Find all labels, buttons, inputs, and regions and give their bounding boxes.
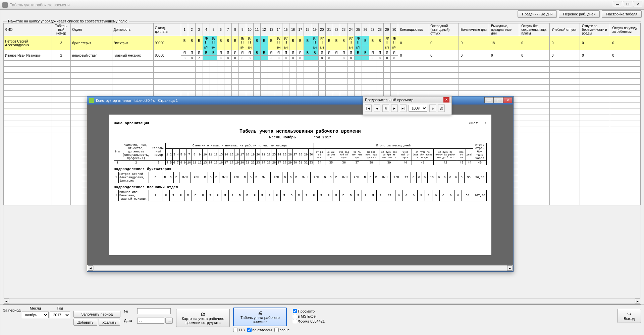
close-preview-icon[interactable]: ⎋	[429, 105, 436, 112]
num-input[interactable]	[137, 308, 171, 314]
table-row[interactable]: Петров Сергей Александрович3бухгалтерияЭ…	[4, 36, 641, 45]
last-page-icon[interactable]: ►|	[400, 105, 407, 112]
close-button[interactable]: ✕	[633, 1, 642, 7]
excel-checkbox[interactable]: в MS Excel	[293, 314, 325, 318]
col-day[interactable]: 28	[376, 23, 384, 36]
col-day[interactable]: 3	[196, 23, 203, 36]
table-row	[4, 79, 641, 85]
col-day[interactable]: 25	[355, 23, 362, 36]
col-fio[interactable]: ФИО	[4, 23, 52, 36]
col-tabnum[interactable]: Табель-ный номер	[52, 23, 70, 36]
transfer-days-button[interactable]: Перенос раб. дней	[559, 10, 600, 18]
report-table: №пп Фамилия, Имя, Отчество, должность (с…	[114, 143, 487, 165]
col-day[interactable]: 24	[347, 23, 355, 36]
col-day[interactable]: 29	[383, 23, 391, 36]
t13-checkbox[interactable]: Т13	[233, 328, 245, 332]
form0504421-checkbox[interactable]: Форма 0504421	[293, 319, 325, 323]
col-day[interactable]: 12	[261, 23, 268, 36]
date-picker-button[interactable]: ...	[165, 318, 173, 324]
col-day[interactable]: 15	[282, 23, 289, 36]
prev-page-icon[interactable]: ◄	[374, 105, 380, 112]
col-day[interactable]: 4	[203, 23, 210, 36]
col-day[interactable]: 27	[369, 23, 376, 36]
table-row[interactable]: Иванов Иван Иванович2плановый отделГлавн…	[4, 50, 641, 56]
report-hscroll[interactable]: ◄ ►	[88, 265, 513, 271]
col-day[interactable]: 16	[289, 23, 297, 36]
settings-button[interactable]: Настройка табеля	[602, 10, 642, 18]
col-day[interactable]: 30	[391, 23, 398, 36]
horizontal-scrollbar[interactable]: ◄ ►	[4, 298, 640, 304]
report-org: Наша организация	[114, 121, 149, 125]
col-day[interactable]: 17	[297, 23, 304, 36]
grid-legend: Нажатие на шапку упорядочивает список по…	[7, 19, 129, 23]
col-position[interactable]: Должность	[112, 23, 153, 36]
col-trip[interactable]: Командировка	[398, 23, 428, 36]
preview-close-button[interactable]: ✕	[443, 97, 449, 103]
col-sick[interactable]: Больничные дни	[459, 23, 489, 36]
holidays-button[interactable]: Праздничные дни	[518, 10, 557, 18]
col-day[interactable]: 6	[217, 23, 224, 36]
col-day[interactable]: 8	[231, 23, 239, 36]
col-day[interactable]: 22	[333, 23, 340, 36]
year-select[interactable]: 2017	[50, 312, 70, 318]
col-dept[interactable]: Отдел	[71, 23, 112, 36]
col-day[interactable]: 14	[275, 23, 282, 36]
col-day[interactable]: 19	[311, 23, 319, 36]
bydept-checkbox[interactable]: по отделам	[247, 328, 272, 332]
month-select[interactable]: ноябрь	[22, 312, 49, 318]
col-day[interactable]: 11	[253, 23, 261, 36]
col-day[interactable]: 10	[246, 23, 253, 36]
timesheet-report-button[interactable]: 🖨 Табель учета рабочего времени	[233, 308, 287, 326]
zoom-select[interactable]: 100%	[409, 105, 427, 112]
scroll-left-icon[interactable]: ◄	[4, 298, 9, 304]
col-maternity[interactable]: Отпуск по беременности и родам	[580, 23, 610, 36]
col-childcare[interactable]: Отпуск по уходу за ребенком	[610, 23, 641, 36]
preview-checkbox[interactable]: Просмотр	[293, 309, 325, 313]
col-day[interactable]: 13	[268, 23, 275, 36]
employee-card-button[interactable]: 🗂 Карточка учета рабочего времени сотруд…	[176, 309, 230, 327]
table-row	[4, 73, 641, 79]
col-day[interactable]: 23	[340, 23, 347, 36]
print-icon: 🖨	[237, 310, 283, 316]
report-max-button[interactable]: □	[494, 97, 503, 103]
report-close-button[interactable]: ✕	[503, 97, 513, 103]
col-day[interactable]: 21	[326, 23, 333, 36]
col-unpaid[interactable]: Отпуск без сохранения зар. платы	[519, 23, 549, 36]
report-min-button[interactable]: —	[484, 97, 494, 103]
scroll-right-icon[interactable]: ►	[635, 298, 640, 304]
col-day[interactable]: 5	[210, 23, 217, 36]
report-body[interactable]: Наша организация Лист 1 Табель учета исп…	[87, 105, 513, 265]
avans-checkbox[interactable]: аванс	[274, 328, 289, 332]
col-day[interactable]: 20	[318, 23, 326, 36]
scroll-left-icon[interactable]: ◄	[88, 265, 93, 271]
minimize-button[interactable]: —	[613, 1, 622, 7]
add-button[interactable]: Добавить	[73, 319, 97, 326]
col-day[interactable]: 9	[239, 23, 246, 36]
scroll-right-icon[interactable]: ►	[507, 265, 513, 271]
col-weekend[interactable]: Выходные, праздничные дни	[489, 23, 519, 36]
goto-page-icon[interactable]: ⎘	[382, 105, 389, 112]
col-salary[interactable]: Оклад, доплаты	[153, 23, 181, 36]
main-window: Табель учета рабочего времени — ❐ ✕ Праз…	[0, 0, 644, 335]
first-page-icon[interactable]: |◄	[365, 105, 372, 112]
next-page-icon[interactable]: ►	[391, 105, 398, 112]
restore-button[interactable]: ❐	[623, 1, 632, 7]
window-title: Табель учета рабочего времени	[10, 3, 70, 7]
col-day[interactable]: 2	[188, 23, 196, 36]
col-day[interactable]: 18	[304, 23, 311, 36]
col-day[interactable]: 1	[181, 23, 188, 36]
scroll-track[interactable]	[9, 298, 635, 304]
date-input[interactable]	[137, 318, 164, 324]
card-icon: 🗂	[180, 311, 226, 317]
col-day[interactable]: 7	[224, 23, 232, 36]
col-vacation[interactable]: Очередной (ежегодный) отпуск	[428, 23, 459, 36]
report-period: месяц ноябрь год 2017	[114, 135, 487, 139]
exit-button[interactable]: ↪ Выход	[618, 309, 641, 323]
delete-button[interactable]: Удалить	[99, 319, 120, 326]
print-icon[interactable]: 🖨	[438, 105, 445, 112]
fill-period-button[interactable]: Заполнить период	[73, 311, 120, 318]
preview-titlebar[interactable]: Предварительный просмотр ✕	[363, 96, 451, 103]
top-toolbar: Праздничные дни Перенос раб. дней Настро…	[0, 10, 644, 18]
col-day[interactable]: 26	[362, 23, 369, 36]
col-study[interactable]: Учебный отпуск	[549, 23, 580, 36]
